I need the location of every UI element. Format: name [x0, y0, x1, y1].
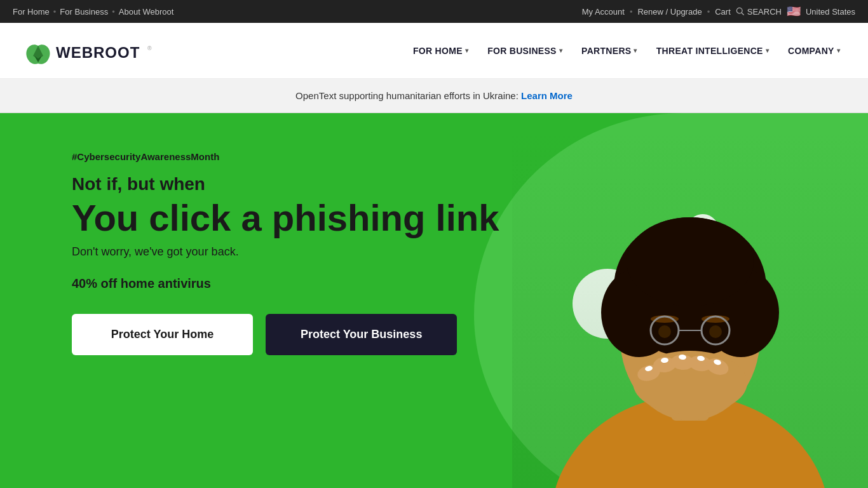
separator-dot-1: •: [53, 7, 57, 17]
svg-text:WEBROOT: WEBROOT: [56, 44, 140, 61]
hero-headline-large: You click a phishing link: [72, 198, 499, 238]
nav-item-for-business[interactable]: FOR BUSINESS ▾: [478, 41, 571, 61]
nav-label-company: COMPANY: [788, 46, 834, 56]
svg-text:®: ®: [147, 45, 152, 51]
logo-area[interactable]: WEBROOT ®: [19, 35, 159, 67]
announcement-banner: OpenText supporting humanitarian efforts…: [0, 79, 868, 113]
cart-link[interactable]: Cart: [715, 7, 731, 17]
hero-hashtag: #CybersecurityAwarenessMonth: [72, 151, 499, 162]
top-bar-right-links: My Account • Renew / Upgrade • Cart SEAR…: [582, 4, 855, 18]
top-bar: For Home • For Business • About Webroot …: [0, 0, 868, 23]
protect-business-button[interactable]: Protect Your Business: [266, 314, 457, 355]
my-account-link[interactable]: My Account: [582, 7, 625, 17]
for-business-topbar-link[interactable]: For Business: [60, 7, 108, 17]
nav-label-for-home: FOR HOME: [413, 46, 463, 56]
svg-line-1: [742, 13, 743, 15]
for-home-topbar-link[interactable]: For Home: [13, 7, 50, 17]
nav-label-threat-intelligence: THREAT INTELLIGENCE: [656, 46, 763, 56]
webroot-logo: WEBROOT ®: [19, 35, 159, 67]
svg-point-10: [627, 217, 754, 306]
flag-icon: 🇺🇸: [787, 4, 801, 18]
nav-item-company[interactable]: COMPANY ▾: [779, 41, 849, 61]
chevron-down-icon: ▾: [766, 47, 769, 54]
separator-dot-3: •: [630, 7, 633, 17]
chevron-down-icon: ▾: [837, 47, 840, 54]
top-bar-left-links: For Home • For Business • About Webroot: [13, 7, 173, 17]
nav-label-partners: PARTNERS: [581, 46, 631, 56]
hero-subtitle: Don't worry, we've got your back.: [72, 245, 499, 259]
person-illustration: [525, 128, 855, 488]
svg-point-17: [709, 325, 722, 338]
search-area[interactable]: SEARCH: [736, 7, 782, 17]
chevron-down-icon: ▾: [465, 47, 468, 54]
hero-content: #CybersecurityAwarenessMonth Not if, but…: [72, 151, 499, 355]
separator-dot-4: •: [707, 7, 710, 17]
banner-text: OpenText supporting humanitarian efforts…: [295, 90, 521, 101]
chevron-down-icon: ▾: [559, 47, 562, 54]
hero-person-image: [512, 128, 868, 488]
separator-dot-2: •: [112, 7, 115, 17]
hero-section: #CybersecurityAwarenessMonth Not if, but…: [0, 113, 868, 488]
hero-offer-text: 40% off home antivirus: [72, 276, 499, 291]
banner-learn-more-link[interactable]: Learn More: [521, 90, 573, 101]
chevron-down-icon: ▾: [634, 47, 637, 54]
main-navigation: WEBROOT ® FOR HOME ▾ FOR BUSINESS ▾ PART…: [0, 23, 868, 79]
search-label[interactable]: SEARCH: [747, 7, 782, 17]
hero-headline-small: Not if, but when: [72, 173, 499, 195]
nav-item-threat-intelligence[interactable]: THREAT INTELLIGENCE ▾: [648, 41, 778, 61]
country-label[interactable]: United States: [806, 7, 855, 17]
nav-label-for-business: FOR BUSINESS: [487, 46, 557, 56]
nav-item-partners[interactable]: PARTNERS ▾: [573, 41, 646, 61]
hero-cta-buttons: Protect Your Home Protect Your Business: [72, 314, 499, 355]
search-icon: [736, 7, 745, 16]
svg-point-16: [658, 325, 671, 338]
nav-links-container: FOR HOME ▾ FOR BUSINESS ▾ PARTNERS ▾ THR…: [404, 41, 849, 61]
nav-item-for-home[interactable]: FOR HOME ▾: [404, 41, 477, 61]
protect-home-button[interactable]: Protect Your Home: [72, 314, 253, 355]
renew-upgrade-link[interactable]: Renew / Upgrade: [637, 7, 702, 17]
about-webroot-topbar-link[interactable]: About Webroot: [119, 7, 173, 17]
